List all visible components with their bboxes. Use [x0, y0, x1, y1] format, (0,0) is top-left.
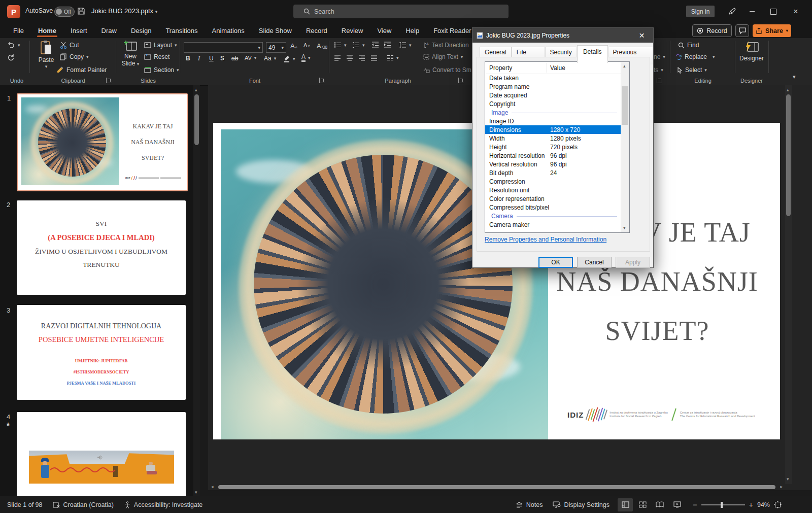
font-size-combobox[interactable]: 49▾ [266, 42, 286, 53]
zoom-slider[interactable] [701, 504, 745, 505]
ok-button[interactable]: OK [538, 257, 573, 268]
strikethrough-button[interactable]: ab [231, 55, 238, 62]
property-row[interactable]: Program name [485, 82, 621, 91]
property-row[interactable]: Resolution unit [485, 186, 621, 194]
dialog-close-icon[interactable]: ✕ [630, 28, 653, 43]
drawing-fragment[interactable]: ts▾ [654, 66, 663, 74]
property-row[interactable]: Copyright [485, 99, 621, 108]
property-row[interactable]: Compressed bits/pixel [485, 203, 621, 212]
tab-review[interactable]: Review [334, 23, 370, 38]
section-button[interactable]: Section▾ [144, 66, 179, 74]
scrollbar-thumb[interactable] [786, 94, 791, 216]
scrollbar-thumb[interactable] [218, 485, 775, 489]
paragraph-dialog-launcher-icon[interactable] [458, 78, 464, 83]
scroll-down-icon[interactable]: ▾ [623, 226, 626, 230]
font-color-button[interactable]: A▾ [301, 54, 311, 62]
scroll-up-icon[interactable]: ▴ [787, 88, 789, 92]
sign-in-button[interactable]: Sign in [686, 6, 715, 17]
slide-counter[interactable]: Slide 1 of 98 [0, 496, 48, 513]
canvas-horizontal-scrollbar[interactable]: ◂ ▸ [210, 484, 784, 490]
drawing-dialog-launcher-icon[interactable] [657, 78, 662, 83]
display-settings-button[interactable]: Display Settings [548, 496, 615, 513]
drawing-fragment[interactable]: ne▾ [654, 53, 665, 60]
columns-button[interactable]: ▾ [387, 55, 399, 61]
character-spacing-button[interactable]: AV▾ [245, 55, 256, 61]
designer-button[interactable]: Designer [737, 41, 766, 62]
property-row[interactable]: Compression [485, 177, 621, 186]
font-name-combobox[interactable]: ▾ [184, 42, 263, 53]
record-button[interactable]: Record [692, 24, 732, 37]
font-dialog-launcher-icon[interactable] [319, 78, 325, 83]
replace-button[interactable]: b Replace▾ [675, 53, 715, 60]
collapse-ribbon-icon[interactable]: ▾ [793, 74, 796, 80]
property-list-scrollbar[interactable]: ▴ ▾ [621, 62, 629, 232]
close-button[interactable]: × [786, 0, 806, 23]
normal-view-button[interactable] [618, 498, 633, 511]
scroll-down-icon[interactable]: ▾ [787, 477, 789, 482]
property-row[interactable]: Height720 pixels [485, 143, 621, 151]
tab-animations[interactable]: Animations [205, 23, 252, 38]
zoom-level[interactable]: 94% [757, 501, 770, 508]
autosave-toggle[interactable]: Off [54, 7, 75, 17]
tab-draw[interactable]: Draw [94, 23, 124, 38]
property-row[interactable]: Image ID [485, 117, 621, 125]
align-text-button[interactable]: Align Text▾ [423, 53, 463, 60]
decrease-indent-button[interactable] [371, 42, 379, 48]
notes-button[interactable]: Notes [511, 496, 548, 513]
minimize-button[interactable] [742, 0, 762, 23]
property-row[interactable]: Vertical resolution96 dpi [485, 160, 621, 168]
slide-2-thumbnail[interactable]: SVI (A POSEBICE DJECA I MLADI) ŽIVIMO U … [17, 200, 186, 295]
save-icon[interactable] [77, 7, 85, 15]
tab-record[interactable]: Record [299, 23, 334, 38]
tab-insert[interactable]: Insert [63, 23, 94, 38]
slide-3-thumbnail[interactable]: RAZVOJ DIGITALNIH TEHNOLOGIJA POSEBICE U… [17, 305, 186, 400]
align-center-button[interactable] [346, 55, 353, 61]
tab-help[interactable]: Help [398, 23, 426, 38]
property-row[interactable]: Width1280 pixels [485, 134, 621, 143]
scroll-left-icon[interactable]: ◂ [211, 485, 214, 489]
scrollbar-thumb[interactable] [622, 86, 628, 125]
document-title[interactable]: Jokic BUG 2023.pptx ▾ [91, 7, 157, 15]
reset-button[interactable]: Reset [144, 53, 170, 60]
clear-formatting-button[interactable]: A⌫ [317, 42, 327, 50]
property-row[interactable]: Bit depth24 [485, 168, 621, 177]
find-button[interactable]: Find [678, 42, 699, 49]
text-shadow-button[interactable]: S [220, 55, 224, 62]
copy-button[interactable]: Copy ▾ [60, 53, 89, 60]
property-row[interactable]: Date acquired [485, 91, 621, 99]
scroll-right-icon[interactable]: ▸ [780, 485, 783, 489]
canvas-vertical-scrollbar[interactable]: ▴ ▾ [785, 85, 792, 484]
tab-transitions[interactable]: Transitions [158, 23, 205, 38]
highlight-color-button[interactable]: ▾ [283, 55, 295, 62]
property-row[interactable]: Horizontal resolution96 dpi [485, 151, 621, 160]
zoom-out-button[interactable]: − [693, 500, 697, 509]
search-bar[interactable]: Search [293, 5, 509, 18]
bold-button[interactable]: B [186, 55, 190, 62]
reading-view-button[interactable] [652, 498, 667, 511]
powerpoint-icon[interactable]: P [7, 5, 20, 18]
apply-button[interactable]: Apply [616, 257, 650, 268]
justify-button[interactable] [370, 55, 378, 61]
slide-1-thumbnail[interactable]: KAKAV JE TAJ NAŠ DANAŠNJI SVIJET? IDIZ [17, 93, 188, 191]
tab-slide-show[interactable]: Slide Show [252, 23, 299, 38]
pen-icon[interactable] [728, 7, 736, 16]
numbering-button[interactable]: ▾ [352, 42, 365, 48]
property-row-dimensions-selected[interactable]: Dimensions1280 x 720 [485, 125, 621, 134]
undo-button[interactable]: ▾ [7, 42, 20, 49]
property-row[interactable]: Camera maker [485, 220, 621, 229]
comments-button[interactable] [735, 24, 749, 37]
thumbnail-scrollbar[interactable]: ▴ ▾ [193, 85, 200, 496]
change-case-button[interactable]: Aa▾ [264, 55, 276, 62]
spellcheck-button[interactable]: Croatian (Croatia) [48, 496, 119, 513]
bullets-button[interactable]: ▾ [334, 42, 347, 48]
select-button[interactable]: Select▾ [677, 66, 707, 74]
increase-indent-button[interactable] [384, 42, 391, 48]
tab-view[interactable]: View [370, 23, 398, 38]
scroll-up-icon[interactable]: ▴ [623, 64, 626, 69]
fit-to-window-icon[interactable] [774, 501, 782, 508]
scroll-down-icon[interactable]: ▾ [195, 490, 197, 495]
property-row[interactable]: Date taken [485, 74, 621, 82]
tab-home[interactable]: Home [31, 23, 63, 38]
property-list[interactable]: Property Value Date taken Program name D… [485, 61, 630, 233]
share-button[interactable]: Share ▾ [753, 24, 791, 37]
